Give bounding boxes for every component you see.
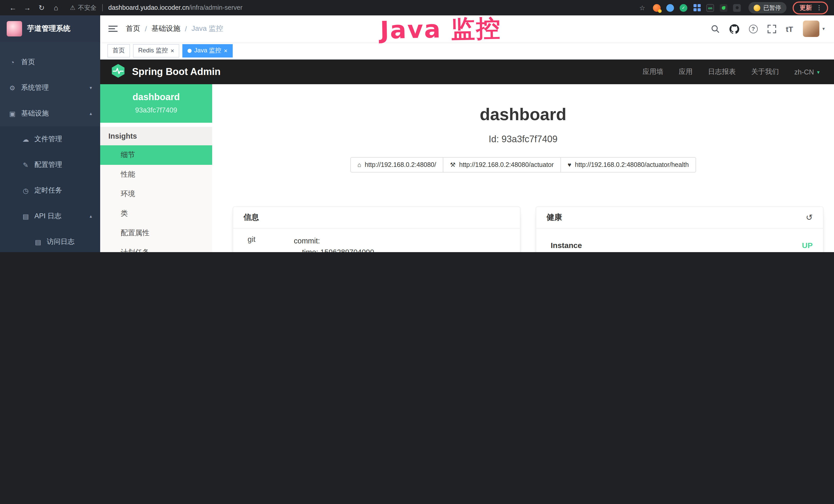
- breadcrumb-current: Java 监控: [192, 24, 223, 33]
- leaf-extension-icon[interactable]: [720, 4, 727, 12]
- update-label: 更新: [799, 3, 812, 12]
- heart-pulse-icon: ♥: [568, 161, 571, 168]
- main-sidebar: 芋道管理系统 ◔ 首页 ⚙ 系统管理 ▾ ▣ 基础设施 ▴ ☁: [0, 16, 100, 252]
- instance-links: ⌂ http://192.168.0.2:48080/ ⚒ http://192…: [212, 157, 834, 173]
- sba-main: dashboard Id: 93a3fc7f7409 ⌂ http://192.…: [212, 84, 834, 252]
- sba-item-environment[interactable]: 环境: [100, 184, 212, 204]
- extension-badge: [658, 9, 662, 13]
- app-title: 芋道管理系统: [27, 24, 70, 33]
- close-icon[interactable]: ×: [171, 47, 174, 54]
- document-icon: ▤: [22, 212, 30, 220]
- sidebar-item-home[interactable]: ◔ 首页: [0, 49, 100, 75]
- drop-extension-icon[interactable]: [666, 4, 674, 12]
- check-extension-icon[interactable]: [680, 4, 687, 12]
- info-value: commit: time: 1596289704000 id: 27aa832 …: [294, 235, 510, 252]
- breadcrumb-separator: /: [185, 25, 187, 33]
- chevron-up-icon: ▴: [90, 111, 92, 116]
- history-icon[interactable]: ↺: [806, 212, 813, 222]
- security-label: 不安全: [78, 3, 96, 12]
- switch-extension-icon[interactable]: on: [706, 4, 714, 12]
- site-security-button[interactable]: ⚠ 不安全: [70, 3, 96, 12]
- puzzle-extension-icon[interactable]: [733, 4, 741, 12]
- bookmark-star-icon[interactable]: ☆: [639, 4, 645, 12]
- close-icon[interactable]: ×: [224, 47, 227, 54]
- app-logo[interactable]: 芋道管理系统: [0, 16, 100, 42]
- sidebar-menu: ◔ 首页 ⚙ 系统管理 ▾ ▣ 基础设施 ▴ ☁ 文件管理: [0, 42, 100, 252]
- info-card: 信息 git commit: time: 1596289704000 id: 2…: [233, 206, 520, 252]
- user-menu[interactable]: ▾: [803, 21, 825, 37]
- paused-label: 已暂停: [763, 4, 781, 12]
- sba-item-details[interactable]: 细节: [100, 145, 212, 165]
- sba-nav-wallboard[interactable]: 应用墙: [642, 67, 663, 76]
- tab-home[interactable]: 首页: [107, 44, 130, 57]
- health-instance-label: Instance: [551, 241, 582, 250]
- sidebar-item-config-management[interactable]: ✎ 配置管理: [0, 152, 100, 178]
- hamburger-icon[interactable]: [108, 24, 118, 34]
- sidebar-item-api-logs[interactable]: ▤ API 日志 ▴: [0, 203, 100, 229]
- reload-icon[interactable]: ↻: [35, 2, 48, 14]
- sidebar-item-file-management[interactable]: ☁ 文件管理: [0, 126, 100, 152]
- sidebar-item-label: 访问日志: [47, 237, 74, 247]
- cloud-icon: ☁: [22, 135, 30, 143]
- fox-extension-icon[interactable]: [653, 4, 661, 12]
- health-url-button[interactable]: ♥ http://192.168.0.2:48080/actuator/heal…: [561, 157, 696, 173]
- sba-item-config-properties[interactable]: 配置属性: [100, 223, 212, 243]
- breadcrumb-infrastructure[interactable]: 基础设施: [152, 24, 180, 33]
- paused-chip[interactable]: 已暂停: [748, 2, 786, 13]
- font-size-icon[interactable]: tT: [786, 24, 793, 33]
- sba-item-performance[interactable]: 性能: [100, 165, 212, 184]
- tab-java-monitor[interactable]: Java 监控 ×: [182, 44, 233, 57]
- search-icon[interactable]: [711, 24, 720, 33]
- instance-url-button[interactable]: ⌂ http://192.168.0.2:48080/: [350, 157, 443, 173]
- grid-extension-icon[interactable]: [693, 4, 701, 12]
- help-icon[interactable]: ?: [749, 24, 758, 33]
- sidebar-item-scheduled-tasks[interactable]: ◷ 定时任务: [0, 178, 100, 203]
- sba-locale-select[interactable]: zh-CN ▾: [794, 68, 820, 76]
- back-icon[interactable]: ←: [6, 2, 20, 14]
- address-bar[interactable]: dashboard.yudao.iocoder.cn/infra/admin-s…: [108, 4, 243, 11]
- sba-sidebar: dashboard 93a3fc7f7409 Insights 细节 性能 环境…: [100, 84, 212, 252]
- sba-item-scheduled-tasks[interactable]: 计划任务: [100, 243, 212, 252]
- sba-instance-header[interactable]: dashboard 93a3fc7f7409: [100, 84, 212, 123]
- home-icon[interactable]: ⌂: [49, 2, 63, 14]
- sba-nav: 应用墙 应用 日志报表 关于我们 zh-CN ▾: [642, 67, 820, 76]
- forward-icon[interactable]: →: [21, 2, 34, 14]
- active-tab-dot: [188, 48, 192, 53]
- tags-view: 首页 Redis 监控 × Java 监控 ×: [100, 42, 834, 60]
- chevron-down-icon: ▾: [822, 26, 825, 31]
- kebab-menu-icon[interactable]: ⋮: [816, 4, 822, 11]
- tab-redis-monitor[interactable]: Redis 监控 ×: [133, 44, 179, 57]
- sba-nav-about[interactable]: 关于我们: [751, 67, 779, 76]
- sidebar-item-label: 配置管理: [35, 160, 62, 169]
- sba-item-classes[interactable]: 类: [100, 204, 212, 223]
- info-key: git: [248, 235, 294, 252]
- sba-nav-journal[interactable]: 日志报表: [708, 67, 736, 76]
- home-icon: ⌂: [357, 161, 361, 168]
- sidebar-item-label: API 日志: [35, 211, 61, 221]
- git-time-line: time: 1596289704000: [294, 247, 510, 252]
- sidebar-item-label: 基础设施: [21, 109, 49, 118]
- health-status-badge: UP: [802, 241, 813, 250]
- url-host: dashboard.yudao.iocoder.cn: [108, 4, 189, 11]
- sba-section-insights: Insights: [100, 127, 212, 145]
- gauge-icon: ◔: [8, 58, 17, 66]
- sidebar-item-system-management[interactable]: ⚙ 系统管理 ▾: [0, 75, 100, 101]
- actuator-url-button[interactable]: ⚒ http://192.168.0.2:48080/actuator: [443, 157, 561, 173]
- locale-label: zh-CN: [794, 68, 814, 76]
- chevron-down-icon: ▾: [817, 69, 820, 75]
- document-icon: ▤: [34, 238, 42, 246]
- sidebar-item-access-logs[interactable]: ▤ 访问日志: [0, 229, 100, 252]
- sba-header: Spring Boot Admin 应用墙 应用 日志报表 关于我们 zh-CN…: [100, 60, 834, 84]
- update-button[interactable]: 更新 ⋮: [792, 1, 828, 14]
- tab-label: Java 监控: [194, 46, 221, 55]
- timer-icon: ◷: [22, 187, 30, 194]
- breadcrumb-home[interactable]: 首页: [126, 24, 140, 33]
- fullscreen-icon[interactable]: [767, 24, 776, 33]
- sba-nav-applications[interactable]: 应用: [679, 67, 693, 76]
- github-icon[interactable]: [729, 24, 739, 33]
- link-url: http://192.168.0.2:48080/: [365, 161, 436, 168]
- breadcrumb-separator: /: [145, 25, 147, 33]
- sidebar-item-infrastructure[interactable]: ▣ 基础设施 ▴: [0, 101, 100, 126]
- sba-instance-id: 93a3fc7f7409: [105, 106, 207, 114]
- card-title: 健康: [547, 212, 562, 222]
